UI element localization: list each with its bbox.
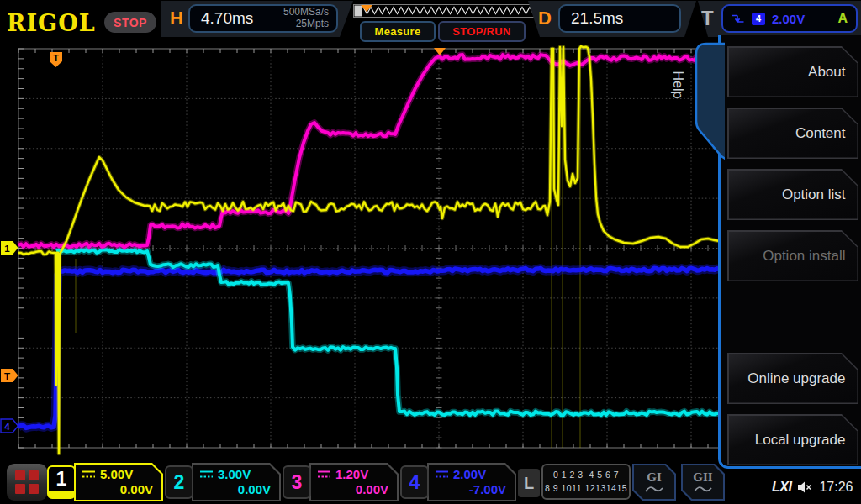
channel-4-box[interactable]: 2.00V -7.00V [427, 463, 516, 501]
stop-run-button[interactable]: STOP/RUN [438, 21, 526, 42]
help-tab-shape [689, 37, 725, 160]
sample-rate: 500MSa/s [283, 7, 329, 18]
speaker-muted-icon[interactable] [797, 480, 813, 494]
delay-value: 21.5ms [560, 9, 623, 28]
channel-3-group[interactable]: 3 1.20V 0.00V [283, 463, 399, 501]
coupling-dc-icon [82, 470, 97, 479]
digital-row-2: 8 9 1011 12131415 [545, 482, 627, 495]
channel-1-box[interactable]: 5.00V 0.00V [74, 463, 163, 501]
channel-2-tab[interactable]: 2 [165, 465, 193, 499]
trigger-label: T [701, 7, 714, 30]
horizontal-label: H [170, 8, 183, 29]
menu-button-online-upgrade[interactable]: Online upgrade [727, 353, 858, 404]
channel-4-offset: -7.00V [435, 482, 510, 496]
channel-2-group[interactable]: 2 3.00V 0.00V [165, 463, 281, 501]
timebase-box[interactable]: 4.70ms 500MSa/s 25Mpts [188, 4, 338, 33]
help-menu-panel: Help About Content Option list Option in… [718, 35, 861, 469]
channel-3-offset: 0.00V [317, 482, 392, 496]
channel-1-group[interactable]: 1 5.00V 0.00V [47, 463, 163, 501]
menu-button-option-install[interactable]: Option install [727, 230, 858, 281]
top-status-bar: RIGOL STOP H 4.70ms 500MSa/s 25Mpts Meas… [0, 0, 861, 39]
trigger-panel: T 4 2.00V A [698, 1, 861, 37]
generator-1-button[interactable]: GI [632, 464, 676, 501]
delay-panel: D 21.5ms [528, 1, 696, 37]
menu-button-local-upgrade[interactable]: Local upgrade [727, 414, 858, 465]
measure-button[interactable]: Measure [360, 21, 436, 42]
trigger-sweep-mode: A [837, 11, 856, 26]
digital-row-1: 0 1 2 3 4 5 6 7 [553, 469, 619, 481]
channel-3-tab[interactable]: 3 [283, 465, 311, 499]
menu-button-about[interactable]: About [727, 46, 858, 97]
falling-edge-icon [731, 13, 745, 24]
clock: 17:26 [819, 480, 853, 495]
digital-tab[interactable]: L [518, 469, 540, 497]
channel-1-tab[interactable]: 1 [47, 465, 76, 499]
coupling-dc-icon [435, 470, 450, 479]
channel-3-scale: 1.20V [335, 467, 368, 481]
memory-depth: 25Mpts [283, 18, 329, 30]
channel-4-group[interactable]: 4 2.00V -7.00V [400, 463, 516, 501]
coupling-dc-icon [199, 470, 214, 479]
delay-label: D [538, 8, 552, 29]
sine-icon [644, 485, 664, 494]
channel-4-scale: 2.00V [453, 467, 486, 481]
svg-text:T: T [53, 53, 59, 63]
trigger-box[interactable]: 4 2.00V A [721, 4, 858, 33]
sample-rate-block: 500MSa/s 25Mpts [283, 7, 336, 30]
help-menu-tab[interactable]: Help [689, 37, 725, 160]
channel-4-tab[interactable]: 4 [400, 465, 429, 499]
sine-icon [693, 485, 713, 494]
channel-2-offset: 0.00V [199, 482, 274, 496]
digital-channels-box[interactable]: 0 1 2 3 4 5 6 7 8 9 1011 12131415 [541, 464, 631, 500]
menu-grid-icon [15, 470, 39, 494]
help-tab-label: Help [670, 71, 685, 99]
main-menu-button[interactable] [7, 464, 47, 501]
trigger-source-badge: 4 [752, 13, 765, 25]
timebase-value: 4.70ms [190, 9, 253, 28]
channel-2-box[interactable]: 3.00V 0.00V [192, 463, 281, 501]
delay-box[interactable]: 21.5ms [558, 4, 681, 33]
coupling-dc-icon [317, 470, 332, 479]
channel-2-scale: 3.00V [218, 467, 251, 481]
horizontal-panel: H 4.70ms 500MSa/s 25Mpts [161, 1, 353, 37]
svg-text:1: 1 [4, 244, 10, 254]
channel-1-offset: 0.00V [82, 482, 156, 496]
lxi-indicator: LXI [772, 480, 791, 495]
acquisition-status-badge: STOP [104, 12, 156, 33]
trigger-level-value: 2.00V [772, 12, 805, 26]
rigol-logo: RIGOL [7, 10, 96, 36]
generator-2-button[interactable]: GII [681, 464, 725, 501]
digital-channels-group[interactable]: L 0 1 2 3 4 5 6 7 8 9 1011 12131415 [516, 463, 632, 501]
status-right-block: LXI 17:26 [772, 480, 853, 495]
svg-text:T: T [4, 371, 10, 381]
menu-button-option-list[interactable]: Option list [727, 169, 858, 220]
menu-button-content[interactable]: Content [727, 108, 858, 159]
channel-3-box[interactable]: 1.20V 0.00V [309, 463, 399, 501]
svg-text:4: 4 [4, 422, 10, 432]
channel-1-scale: 5.00V [100, 467, 133, 481]
